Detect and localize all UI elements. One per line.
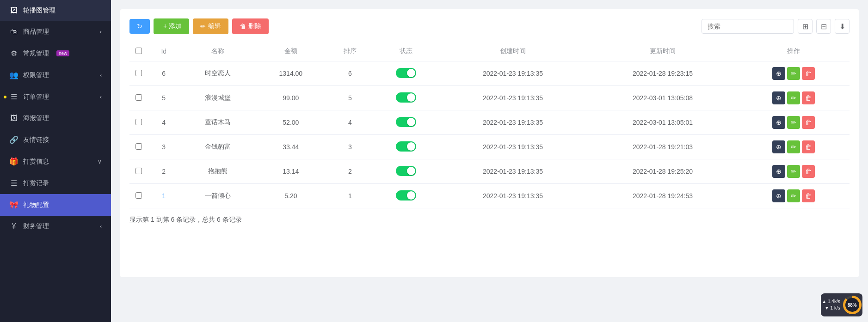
row-amount: 13.14 bbox=[256, 159, 326, 184]
delete-button[interactable]: 🗑 删除 bbox=[232, 18, 269, 34]
speed-circle: 88% bbox=[843, 296, 862, 314]
row-status bbox=[374, 135, 438, 159]
row-checkbox[interactable] bbox=[135, 119, 142, 125]
row-id: 3 bbox=[148, 135, 179, 159]
delete-row-button[interactable]: 🗑 bbox=[802, 165, 815, 178]
row-checkbox[interactable] bbox=[135, 94, 142, 101]
row-checkbox-cell bbox=[129, 159, 148, 184]
status-toggle[interactable] bbox=[396, 117, 416, 127]
row-updated: 2022-01-28 19:21:03 bbox=[588, 135, 738, 159]
sidebar-item-rewards[interactable]: 🎁 打赏信息 ∨ bbox=[0, 151, 111, 172]
sidebar-item-label: 权限管理 bbox=[23, 71, 49, 79]
list-view-icon: ⊟ bbox=[821, 22, 827, 31]
chevron-right-icon: ‹ bbox=[100, 29, 102, 35]
move-button[interactable]: ⊕ bbox=[772, 165, 785, 178]
card-view-button[interactable]: ⊞ bbox=[798, 19, 813, 34]
row-id: 4 bbox=[148, 110, 179, 135]
sidebar-item-rewardlog[interactable]: ☰ 打赏记录 bbox=[0, 172, 111, 194]
action-buttons: ⊕ ✏ 🗑 bbox=[742, 165, 845, 178]
row-name: 童话木马 bbox=[179, 110, 255, 135]
row-id: 1 bbox=[148, 184, 179, 208]
row-checkbox-cell bbox=[129, 110, 148, 135]
row-created: 2022-01-23 19:13:35 bbox=[438, 110, 588, 135]
status-toggle[interactable] bbox=[396, 141, 416, 152]
move-button[interactable]: ⊕ bbox=[772, 189, 785, 202]
move-button[interactable]: ⊕ bbox=[772, 67, 785, 80]
action-buttons: ⊕ ✏ 🗑 bbox=[742, 67, 845, 80]
row-updated: 2022-01-28 19:23:15 bbox=[588, 61, 738, 86]
status-toggle[interactable] bbox=[396, 68, 416, 78]
table-row: 3 金钱豹富 33.44 3 2022-01-23 19:13:35 2022-… bbox=[129, 135, 850, 159]
table-body: 6 时空恋人 1314.00 6 2022-01-23 19:13:35 202… bbox=[129, 61, 850, 208]
speed-text: ▲ 1.4k/s ▼ 1 k/s bbox=[822, 298, 840, 311]
sidebar-item-label: 打赏信息 bbox=[23, 158, 49, 166]
row-sort: 6 bbox=[326, 61, 374, 86]
status-toggle[interactable] bbox=[396, 166, 416, 176]
row-created: 2022-01-23 19:13:35 bbox=[438, 159, 588, 184]
id-link[interactable]: 1 bbox=[162, 192, 166, 200]
export-button[interactable]: ⬇ bbox=[835, 19, 850, 34]
table-row: 6 时空恋人 1314.00 6 2022-01-23 19:13:35 202… bbox=[129, 61, 850, 86]
header-status: 状态 bbox=[374, 42, 438, 61]
row-status bbox=[374, 61, 438, 86]
sidebar-item-posters[interactable]: 🖼 海报管理 bbox=[0, 108, 111, 129]
sidebar-item-carousel[interactable]: 🖼 轮播图管理 bbox=[0, 0, 111, 21]
edit-row-button[interactable]: ✏ bbox=[787, 116, 800, 129]
edit-row-button[interactable]: ✏ bbox=[787, 91, 800, 104]
trash-icon: 🗑 bbox=[240, 23, 246, 30]
sidebar-item-label: 礼物配置 bbox=[23, 201, 49, 209]
delete-row-button[interactable]: 🗑 bbox=[802, 116, 815, 129]
add-button[interactable]: + 添加 bbox=[154, 18, 189, 34]
header-created: 创建时间 bbox=[438, 42, 588, 61]
row-sort: 5 bbox=[326, 86, 374, 110]
status-toggle[interactable] bbox=[396, 92, 416, 103]
edit-row-button[interactable]: ✏ bbox=[787, 67, 800, 80]
row-checkbox-cell bbox=[129, 61, 148, 86]
row-checkbox[interactable] bbox=[135, 192, 142, 199]
delete-row-button[interactable]: 🗑 bbox=[802, 91, 815, 104]
edit-button[interactable]: ✏ 编辑 bbox=[193, 18, 228, 34]
row-updated: 2022-01-28 19:24:53 bbox=[588, 184, 738, 208]
header-checkbox-cell bbox=[129, 42, 148, 61]
sidebar-item-general[interactable]: ⚙ 常规管理 new bbox=[0, 43, 111, 64]
sidebar-item-orders[interactable]: ☰ 订单管理 ‹ bbox=[0, 86, 111, 108]
move-button[interactable]: ⊕ bbox=[772, 91, 785, 104]
refresh-button[interactable]: ↻ bbox=[129, 19, 150, 34]
row-name: 一箭倾心 bbox=[179, 184, 255, 208]
delete-row-button[interactable]: 🗑 bbox=[802, 67, 815, 80]
edit-row-button[interactable]: ✏ bbox=[787, 189, 800, 202]
sidebar: 🖼 轮播图管理 🛍 商品管理 ‹ ⚙ 常规管理 new 👥 权限管理 ‹ ☰ 订… bbox=[0, 0, 111, 322]
row-checkbox[interactable] bbox=[135, 70, 142, 76]
row-checkbox[interactable] bbox=[135, 143, 142, 150]
sidebar-item-permissions[interactable]: 👥 权限管理 ‹ bbox=[0, 64, 111, 86]
sidebar-item-finance[interactable]: ¥ 财务管理 ‹ bbox=[0, 216, 111, 237]
sidebar-item-friendlinks[interactable]: 🔗 友情链接 bbox=[0, 129, 111, 151]
status-toggle[interactable] bbox=[396, 190, 416, 200]
table-row: 2 抱抱熊 13.14 2 2022-01-23 19:13:35 2022-0… bbox=[129, 159, 850, 184]
chevron-right-icon: ‹ bbox=[100, 223, 102, 230]
move-button[interactable]: ⊕ bbox=[772, 140, 785, 153]
edit-row-button[interactable]: ✏ bbox=[787, 165, 800, 178]
row-sort: 4 bbox=[326, 110, 374, 135]
finance-icon: ¥ bbox=[9, 222, 18, 231]
row-checkbox[interactable] bbox=[135, 168, 142, 174]
delete-row-button[interactable]: 🗑 bbox=[802, 189, 815, 202]
row-checkbox-cell bbox=[129, 86, 148, 110]
sidebar-item-giftconfig[interactable]: 🎀 礼物配置 bbox=[0, 194, 111, 216]
edit-icon: ✏ bbox=[200, 23, 206, 30]
action-buttons: ⊕ ✏ 🗑 bbox=[742, 189, 845, 202]
data-table: Id 名称 金额 排序 状态 创建时间 更新时间 操作 6 bbox=[129, 42, 850, 208]
row-name: 时空恋人 bbox=[179, 61, 255, 86]
sidebar-item-products[interactable]: 🛍 商品管理 ‹ bbox=[0, 21, 111, 43]
search-input[interactable] bbox=[702, 19, 794, 34]
gift-icon: 🎀 bbox=[9, 200, 18, 209]
row-actions: ⊕ ✏ 🗑 bbox=[738, 159, 850, 184]
select-all-checkbox[interactable] bbox=[135, 48, 142, 54]
header-actions: 操作 bbox=[738, 42, 850, 61]
list-view-button[interactable]: ⊟ bbox=[816, 19, 831, 34]
delete-row-button[interactable]: 🗑 bbox=[802, 140, 815, 153]
edit-row-button[interactable]: ✏ bbox=[787, 140, 800, 153]
row-id: 6 bbox=[148, 61, 179, 86]
move-button[interactable]: ⊕ bbox=[772, 116, 785, 129]
content-area: ↻ + 添加 ✏ 编辑 🗑 删除 ⊞ bbox=[111, 0, 868, 322]
